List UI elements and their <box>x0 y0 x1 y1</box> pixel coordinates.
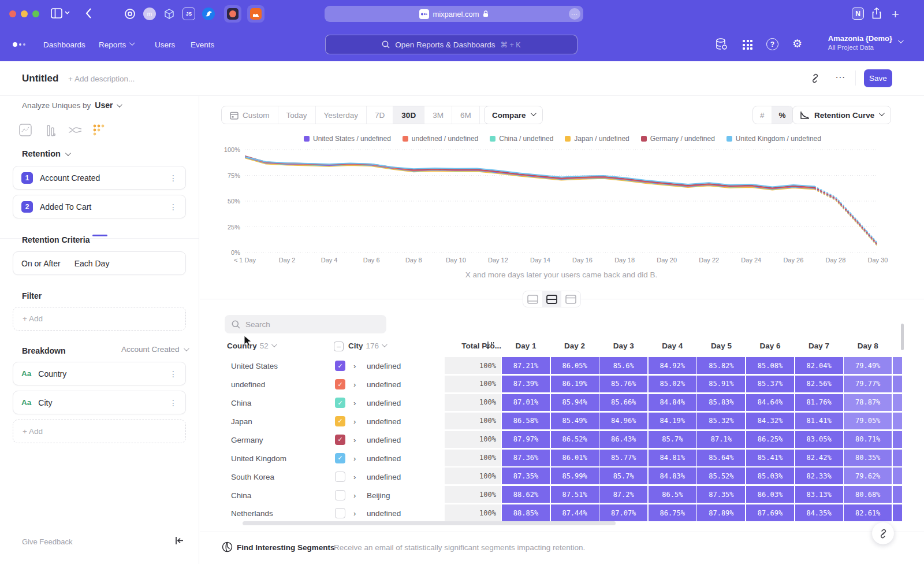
extension-js-icon[interactable]: JS <box>182 8 195 20</box>
retention-cell[interactable]: 85.03% <box>746 467 794 484</box>
retention-cell[interactable]: 84.92% <box>649 357 696 374</box>
retention-cell[interactable]: 87.44% <box>551 504 599 521</box>
retention-cell[interactable]: 87.51% <box>551 486 599 503</box>
select-all-checkbox[interactable]: – <box>334 342 344 351</box>
retention-cell-partial[interactable] <box>893 413 902 429</box>
retention-cell-partial[interactable] <box>893 431 902 448</box>
breakdown-menu-icon[interactable]: ⋮ <box>169 369 177 379</box>
project-switcher[interactable]: Amazonia {Demo} All Project Data <box>828 34 902 51</box>
step-added-to-cart[interactable]: 2 Added To Cart ⋮ <box>13 195 186 218</box>
retention-cell[interactable]: 84.32% <box>746 413 794 429</box>
share-link-floating-button[interactable] <box>872 522 894 544</box>
step-menu-icon[interactable]: ⋮ <box>169 202 177 212</box>
retention-criteria-control[interactable]: On or After Each Day <box>13 251 186 275</box>
day-column-header[interactable]: Day 2 <box>551 342 599 350</box>
retention-cell[interactable]: 87.36% <box>502 450 550 466</box>
vertical-scrollbar[interactable] <box>901 324 904 350</box>
row-checkbox[interactable]: ✓ <box>335 453 345 463</box>
retention-cell[interactable]: 85.08% <box>746 357 794 374</box>
criteria-each-day[interactable]: Each Day <box>74 259 110 268</box>
horizontal-scrollbar[interactable] <box>243 521 616 525</box>
row-checkbox[interactable]: ✓ <box>335 379 345 389</box>
retention-cell[interactable]: 83.13% <box>795 486 843 503</box>
day-column-header[interactable]: Day 1 <box>502 342 550 350</box>
row-checkbox[interactable]: ✓ <box>335 361 345 371</box>
breakdown-city[interactable]: Aa City ⋮ <box>13 391 186 414</box>
retention-cell[interactable]: 87.21% <box>502 357 550 374</box>
day-column-header[interactable]: Day 8 <box>844 342 892 350</box>
expand-row-icon[interactable]: › <box>353 491 356 499</box>
expand-row-icon[interactable]: › <box>353 380 356 389</box>
nav-users[interactable]: Users <box>155 28 175 61</box>
unit-percent-option[interactable]: % <box>772 106 793 124</box>
find-segments-label[interactable]: Find Interesting Segments <box>237 543 335 552</box>
data-management-icon[interactable] <box>715 38 728 54</box>
row-checkbox[interactable]: ✓ <box>335 416 345 426</box>
retention-cell[interactable]: 87.01% <box>502 394 550 411</box>
minimize-window-button[interactable] <box>21 10 28 17</box>
view-split-icon[interactable] <box>542 291 561 307</box>
retention-cell[interactable]: 86.25% <box>746 431 794 448</box>
retention-cell[interactable]: 87.2% <box>599 486 647 503</box>
expand-row-icon[interactable]: › <box>353 399 356 407</box>
chart-type-dropdown[interactable]: Retention Curve <box>792 106 891 124</box>
retention-cell-partial[interactable] <box>893 357 902 374</box>
retention-cell[interactable]: 81.76% <box>795 394 843 411</box>
retention-cell[interactable]: 87.39% <box>502 376 550 392</box>
add-description-field[interactable]: + Add description... <box>68 75 135 83</box>
nav-reports[interactable]: Reports <box>99 28 133 61</box>
retention-cell[interactable]: 84.19% <box>649 413 696 429</box>
retention-cell[interactable]: 87.1% <box>697 431 745 448</box>
range-3m[interactable]: 3M <box>424 106 452 124</box>
expand-row-icon[interactable]: › <box>353 435 356 444</box>
retention-cell[interactable]: 85.6% <box>599 357 647 374</box>
retention-cell[interactable]: 84.35% <box>795 504 843 521</box>
global-search-button[interactable]: Open Reports & Dashboards ⌘ + K <box>325 35 578 54</box>
retention-cell[interactable]: 85.37% <box>746 376 794 392</box>
help-icon[interactable]: ? <box>766 38 778 50</box>
compare-button[interactable]: Compare <box>484 106 543 124</box>
extension-avatar-icon[interactable]: m <box>143 8 156 20</box>
retention-cell[interactable]: 87.35% <box>502 467 550 484</box>
extension-raycast-icon[interactable] <box>224 5 241 23</box>
retention-cell[interactable]: 82.61% <box>844 504 892 521</box>
retention-cell[interactable]: 87.35% <box>697 486 745 503</box>
retention-cell[interactable]: 85.41% <box>746 450 794 466</box>
retention-cell[interactable]: 85.83% <box>697 394 745 411</box>
legend-item[interactable]: Japan / undefined <box>565 135 629 143</box>
tab-insights[interactable] <box>19 124 32 139</box>
retention-cell[interactable]: 85.7% <box>649 431 696 448</box>
step-menu-icon[interactable]: ⋮ <box>169 173 177 183</box>
legend-item[interactable]: China / undefined <box>490 135 553 143</box>
retention-cell-partial[interactable] <box>893 504 902 521</box>
retention-cell[interactable]: 87.97% <box>502 431 550 448</box>
step-account-created[interactable]: 1 Account Created ⋮ <box>13 166 186 190</box>
retention-cell[interactable]: 85.49% <box>551 413 599 429</box>
retention-cell[interactable]: 80.68% <box>844 486 892 503</box>
retention-cell[interactable]: 82.42% <box>795 450 843 466</box>
retention-cell[interactable]: 85.52% <box>697 467 745 484</box>
breakdown-country[interactable]: Aa Country ⋮ <box>13 362 186 385</box>
chevron-down-icon[interactable] <box>65 11 70 14</box>
range-6m[interactable]: 6M <box>452 106 480 124</box>
mixpanel-logo[interactable] <box>13 42 25 47</box>
legend-item[interactable]: undefined / undefined <box>403 135 478 143</box>
retention-section-label[interactable]: Retention <box>22 149 61 158</box>
row-checkbox[interactable] <box>335 472 345 482</box>
retention-cell[interactable]: 85.32% <box>697 413 745 429</box>
sidebar-toggle-icon[interactable] <box>51 8 62 18</box>
retention-cell[interactable]: 85.02% <box>649 376 696 392</box>
expand-row-icon[interactable]: › <box>353 472 356 481</box>
retention-cell[interactable]: 86.05% <box>551 357 599 374</box>
retention-cell[interactable]: 86.03% <box>746 486 794 503</box>
day-column-header[interactable]: Day 4 <box>649 342 696 350</box>
legend-item[interactable]: United States / undefined <box>304 135 391 143</box>
retention-cell[interactable]: 84.96% <box>599 413 647 429</box>
legend-item[interactable]: Germany / undefined <box>641 135 715 143</box>
breakdown-event-dropdown[interactable]: Account Created <box>121 345 188 354</box>
retention-cell[interactable]: 86.19% <box>551 376 599 392</box>
day-column-header[interactable]: Day 6 <box>746 342 794 350</box>
analyze-by-dropdown[interactable]: User <box>95 101 113 110</box>
retention-cell[interactable]: 87.89% <box>697 504 745 521</box>
retention-cell[interactable]: 84.81% <box>649 450 696 466</box>
